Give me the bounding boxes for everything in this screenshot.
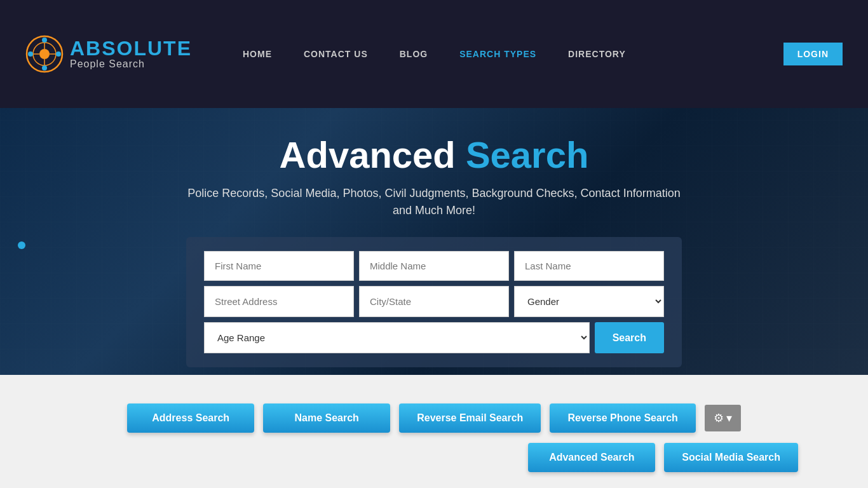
hero-subtitle: Police Records, Social Media, Photos, Ci… <box>180 185 688 219</box>
first-name-input[interactable] <box>204 251 354 281</box>
hero-title-blue: Search <box>466 134 588 175</box>
svg-point-2 <box>39 49 50 59</box>
svg-point-6 <box>28 51 33 57</box>
logo-text: ABSOLUTE People Search <box>70 38 192 70</box>
city-state-input[interactable] <box>359 286 509 317</box>
search-box: Gender Male Female Age Range 18-25 26-35… <box>186 237 682 367</box>
middle-name-input[interactable] <box>359 251 509 281</box>
logo: ABSOLUTE People Search <box>25 35 192 73</box>
search-row-2: Gender Male Female <box>204 286 664 317</box>
lower-section: Address Search Name Search Reverse Email… <box>0 375 868 488</box>
search-type-buttons-row-1: Address Search Name Search Reverse Email… <box>127 403 741 433</box>
gear-dropdown-button[interactable]: ⚙ ▾ <box>705 405 741 431</box>
svg-point-4 <box>56 51 61 57</box>
age-range-select[interactable]: Age Range 18-25 26-35 36-50 51+ <box>204 322 590 353</box>
reverse-phone-search-button[interactable]: Reverse Phone Search <box>550 403 695 433</box>
gear-icon: ⚙ <box>714 411 724 425</box>
chevron-down-icon: ▾ <box>726 411 732 425</box>
logo-absolute: ABSOLUTE <box>70 38 192 58</box>
last-name-input[interactable] <box>514 251 664 281</box>
nav-contact-us[interactable]: CONTACT US <box>304 49 368 59</box>
search-type-buttons-row-2: Advanced Search Social Media Search <box>38 443 830 472</box>
hero-title: Advanced Search <box>13 133 855 176</box>
nav-search-types[interactable]: SEARCH TYPES <box>459 49 536 59</box>
header: ABSOLUTE People Search HOME CONTACT US B… <box>0 0 868 108</box>
svg-point-5 <box>42 65 47 71</box>
search-row-3: Age Range 18-25 26-35 36-50 51+ Search <box>204 322 664 353</box>
reverse-email-search-button[interactable]: Reverse Email Search <box>399 403 541 433</box>
login-button[interactable]: LOGIN <box>783 43 843 65</box>
name-search-button[interactable]: Name Search <box>263 403 390 433</box>
hero-section: Advanced Search Police Records, Social M… <box>0 108 868 375</box>
svg-point-3 <box>42 37 47 43</box>
nav-blog[interactable]: BLOG <box>400 49 428 59</box>
hero-content: Advanced Search Police Records, Social M… <box>0 127 868 237</box>
logo-people-search: People Search <box>70 58 192 70</box>
gender-select[interactable]: Gender Male Female <box>514 286 664 317</box>
advanced-search-button[interactable]: Advanced Search <box>528 443 655 472</box>
search-row-1 <box>204 251 664 281</box>
search-button[interactable]: Search <box>595 322 664 353</box>
nav-directory[interactable]: DIRECTORY <box>568 49 626 59</box>
hero-title-white: Advanced <box>280 134 456 175</box>
street-address-input[interactable] <box>204 286 354 317</box>
nav-home[interactable]: HOME <box>243 49 272 59</box>
blue-dot-decoration <box>18 241 25 249</box>
address-search-button[interactable]: Address Search <box>127 403 254 433</box>
logo-icon <box>25 35 64 73</box>
main-nav: HOME CONTACT US BLOG SEARCH TYPES DIRECT… <box>243 49 783 59</box>
social-media-search-button[interactable]: Social Media Search <box>664 443 798 472</box>
